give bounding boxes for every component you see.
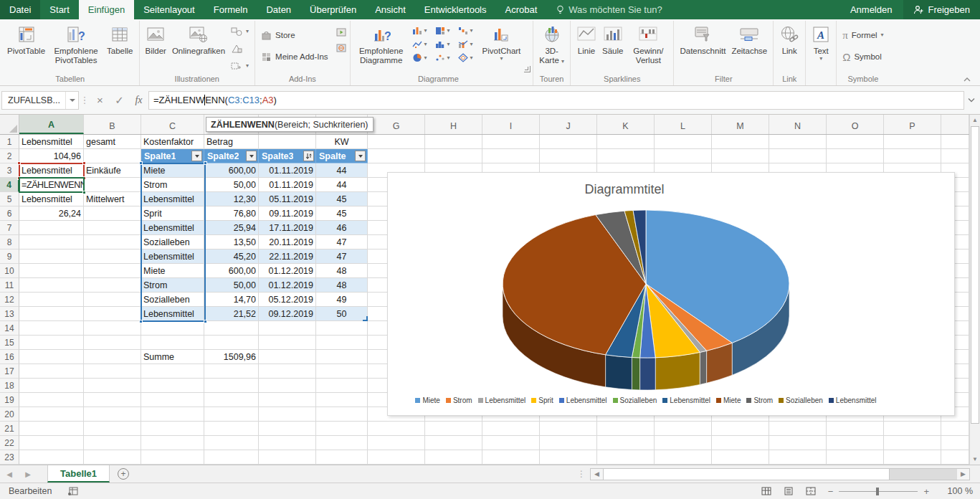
cell-F12[interactable]: 49 [316,293,368,307]
chart-type-radar-button[interactable]: ▾ [456,51,479,65]
shapes-button[interactable]: ▾ [229,24,251,39]
cell-D16[interactable]: 1509,96 [204,350,259,364]
cell-F20[interactable] [316,407,368,422]
add-sheet-button[interactable]: + [110,465,137,483]
column-header-K[interactable]: K [597,115,655,134]
sparkline-gewinn-verlust-button[interactable]: Gewinn/ Verlust [627,22,670,65]
cell-C13[interactable]: Lebensmittel [141,307,204,321]
meine-addins-button[interactable]: Meine Add-Ins [259,49,330,65]
sign-in-button[interactable]: Anmelden [839,0,904,19]
cell-I1[interactable] [482,135,540,149]
cell-H2[interactable] [425,149,482,163]
smartart-button[interactable] [229,41,251,57]
cell-C8[interactable]: Sozialleben [141,235,204,250]
cell-A20[interactable] [19,407,84,422]
legend-item[interactable]: Sprit [531,396,553,404]
row-header-17[interactable]: 17 [0,364,19,379]
row-header-4[interactable]: 4 [0,178,19,192]
row-header-18[interactable]: 18 [0,379,19,393]
cell-F6[interactable]: 45 [316,206,368,221]
cell-F17[interactable] [316,364,368,379]
row-header-21[interactable]: 21 [0,422,19,436]
cell-N23[interactable] [769,450,827,465]
row-header-22[interactable]: 22 [0,436,19,450]
cell-J22[interactable] [540,436,597,450]
cell-G2[interactable] [368,149,425,163]
cell-P22[interactable] [884,436,941,450]
cell-C14[interactable] [141,321,204,336]
tell-me-search[interactable]: Was möchten Sie tun? [556,0,662,19]
chart-type-pie-button[interactable]: ▾ [410,51,433,65]
cell-M21[interactable] [712,422,769,436]
cell-L1[interactable] [655,135,712,149]
cell-M23[interactable] [712,450,769,465]
expand-formula-bar-icon[interactable] [964,98,979,103]
scroll-right-icon[interactable]: ▶ [957,469,969,480]
cell-A9[interactable] [19,250,84,264]
tab-seitenlayout[interactable]: Seitenlayout [134,0,204,19]
cell-C3[interactable]: Miete [141,163,204,178]
legend-item[interactable]: Lebensmittel [478,396,526,404]
cell-F15[interactable] [316,336,368,350]
legend-item[interactable]: Sozialleben [779,396,823,404]
cell-D12[interactable]: 14,70 [204,293,259,307]
cell-B20[interactable] [84,407,141,422]
chart-type-waterfall-button[interactable]: ▾ [456,24,479,37]
cell-F4[interactable]: 44 [316,178,368,192]
cell-C12[interactable]: Sozialleben [141,293,204,307]
row-header-15[interactable]: 15 [0,336,19,350]
cell-F3[interactable]: 44 [316,163,368,178]
cell-B14[interactable] [84,321,141,336]
cell-E12[interactable]: 05.12.2019 [259,293,316,307]
cell-I23[interactable] [482,450,540,465]
cell-E22[interactable] [259,436,316,450]
cell-B16[interactable] [84,350,141,364]
cell-F9[interactable]: 47 [316,250,368,264]
cell-F13[interactable]: 50 [316,307,368,321]
formel-button[interactable]: π Formel ▾ [840,27,885,43]
formula-input[interactable]: =ZÄHLENWENN(C3:C13;A3) [148,91,964,110]
column-header-I[interactable]: I [482,115,540,134]
cell-P23[interactable] [884,450,941,465]
chart-type-combo-button[interactable]: ▾ [456,37,479,51]
column-header-M[interactable]: M [712,115,769,134]
cell-D9[interactable]: 45,20 [204,250,259,264]
sparkline-linie-button[interactable]: Linie [574,22,599,56]
cell-D5[interactable]: 12,30 [204,192,259,206]
filter-dropdown-icon[interactable] [246,151,257,161]
column-header-N[interactable]: N [769,115,827,134]
page-break-view-icon[interactable] [806,487,816,495]
row-header-6[interactable]: 6 [0,206,19,221]
cell-E2[interactable]: Spalte3 [259,149,316,163]
pie-chart-plot[interactable] [388,201,956,395]
cell-H1[interactable] [425,135,482,149]
cell-B22[interactable] [84,436,141,450]
cell-A13[interactable] [19,307,84,321]
recent-addin-video-icon[interactable] [336,28,346,37]
cell-E15[interactable] [259,336,316,350]
tab-ueberpruefen[interactable]: Überprüfen [300,0,366,19]
cell-F21[interactable] [316,422,368,436]
cell-C20[interactable] [141,407,204,422]
bilder-button[interactable]: Bilder [143,22,168,56]
cell-B18[interactable] [84,379,141,393]
cell-F23[interactable] [316,450,368,465]
row-header-8[interactable]: 8 [0,235,19,250]
cell-E18[interactable] [259,379,316,393]
cell-D14[interactable] [204,321,259,336]
cell-K23[interactable] [597,450,655,465]
cell-E3[interactable]: 01.11.2019 [259,163,316,178]
page-layout-view-icon[interactable] [784,487,794,495]
cell-I22[interactable] [482,436,540,450]
cell-N2[interactable] [769,149,827,163]
cell-A21[interactable] [19,422,84,436]
legend-item[interactable]: Miete [415,396,439,404]
cell-C19[interactable] [141,393,204,407]
vertical-scrollbar[interactable]: ▲ ▼ [969,115,980,465]
sheet-tab-tabelle1[interactable]: Tabelle1 [47,465,110,483]
sparkline-saeule-button[interactable]: Säule [600,22,625,56]
column-header-L[interactable]: L [655,115,712,134]
row-header-10[interactable]: 10 [0,264,19,278]
recent-addin-map-icon[interactable] [336,44,346,52]
cell-A4[interactable]: =ZÄHLENWENN [19,178,84,192]
